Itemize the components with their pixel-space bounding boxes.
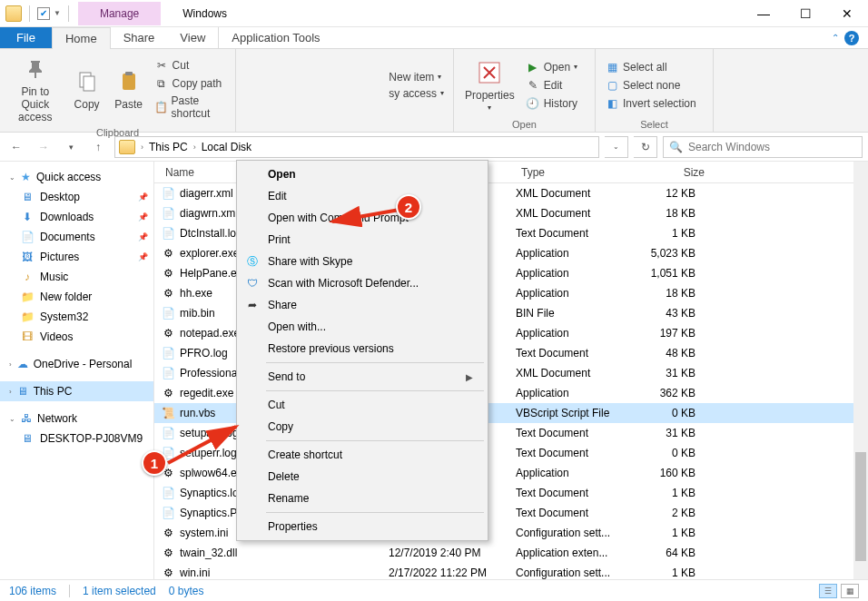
address-dropdown-button[interactable]: ⌄ <box>605 136 628 158</box>
col-type[interactable]: Type <box>516 166 634 179</box>
recent-locations-button[interactable]: ▾ <box>60 136 82 158</box>
share-icon: ➦ <box>244 297 261 313</box>
open-group-label: Open <box>461 117 587 130</box>
menu-item[interactable]: Print <box>239 229 486 251</box>
view-tab[interactable]: View <box>167 27 218 48</box>
minimize-button[interactable]: — <box>743 0 784 27</box>
application-tools-tab[interactable]: Application Tools <box>218 27 332 48</box>
breadcrumb-disk[interactable]: Local Disk <box>202 141 252 153</box>
share-tab[interactable]: Share <box>111 27 168 48</box>
col-size[interactable]: Size <box>634 166 710 179</box>
menu-item[interactable]: ➦Share <box>239 294 486 316</box>
title-bar: ✔ ▼ Manage Windows — ☐ ✕ <box>0 0 868 27</box>
nav-documents[interactable]: 📄Documents📌 <box>0 227 153 247</box>
nav-downloads[interactable]: ⬇Downloads📌 <box>0 207 153 227</box>
menu-item[interactable]: 🛡Scan with Microsoft Defender... <box>239 272 486 294</box>
invert-selection-button[interactable]: ◧Invert selection <box>603 95 698 112</box>
qat-dropdown-icon[interactable]: ▼ <box>54 9 61 17</box>
menu-item[interactable]: Delete <box>239 466 486 488</box>
paste-shortcut-button[interactable]: 📋Paste shortcut <box>153 94 228 121</box>
select-none-button[interactable]: ▢Select none <box>603 77 698 94</box>
paste-shortcut-icon: 📋 <box>154 100 168 114</box>
refresh-button[interactable]: ↻ <box>634 136 657 158</box>
file-row[interactable]: ⚙win.ini2/17/2022 11:22 PMConfiguration … <box>154 563 868 579</box>
large-icons-view-button[interactable]: ▦ <box>841 584 859 598</box>
menu-item[interactable]: Open with... <box>239 316 486 338</box>
quick-access-header[interactable]: ⌄★Quick access <box>0 167 153 187</box>
chevron-right-icon[interactable]: › <box>190 143 200 152</box>
paste-icon <box>114 67 143 96</box>
svg-rect-1 <box>84 76 94 91</box>
copy-button[interactable]: Copy <box>69 65 105 113</box>
file-size: 1 KB <box>634 567 710 579</box>
nav-onedrive[interactable]: ›☁OneDrive - Personal <box>0 354 153 374</box>
menu-item[interactable]: ⓈShare with Skype <box>239 251 486 272</box>
menu-item[interactable]: Open <box>239 163 486 185</box>
file-size: 12 KB <box>634 187 710 200</box>
details-view-button[interactable]: ☰ <box>819 584 837 598</box>
select-all-button[interactable]: ▦Select all <box>603 59 698 75</box>
home-tab[interactable]: Home <box>52 27 111 49</box>
menu-item[interactable]: Restore previous versions <box>239 338 486 360</box>
file-row[interactable]: ⚙twain_32.dll12/7/2019 2:40 PMApplicatio… <box>154 543 868 563</box>
vertical-scrollbar[interactable] <box>853 162 868 579</box>
cut-button[interactable]: ✂Cut <box>153 57 228 74</box>
nav-network[interactable]: ⌄🖧Network <box>0 409 153 429</box>
file-name: twain_32.dll <box>180 547 389 559</box>
navigation-pane: ⌄★Quick access 🖥Desktop📌 ⬇Downloads📌 📄Do… <box>0 162 154 579</box>
close-button[interactable]: ✕ <box>826 0 868 27</box>
nav-videos[interactable]: 🎞Videos <box>0 327 153 347</box>
menu-item[interactable]: Send to▶ <box>239 366 486 388</box>
up-button[interactable]: ↑ <box>87 136 109 158</box>
menu-item[interactable]: Copy <box>239 416 486 438</box>
menu-item[interactable]: Edit <box>239 185 486 207</box>
menu-item-label: Copy <box>268 420 293 433</box>
address-bar[interactable]: › This PC › Local Disk <box>114 136 599 158</box>
nav-desktop[interactable]: 🖥Desktop📌 <box>0 187 153 207</box>
collapse-ribbon-icon[interactable]: ⌃ <box>832 33 839 43</box>
menu-item-label: Properties <box>268 520 318 533</box>
edit-button[interactable]: ✎Edit <box>524 77 579 94</box>
menu-item[interactable]: Create shortcut <box>239 444 486 466</box>
chevron-down-icon: ▾ <box>440 89 444 97</box>
quick-access-toolbar: ✔ ▼ <box>0 5 78 22</box>
file-size: 5,023 KB <box>634 247 710 260</box>
breadcrumb-this-pc[interactable]: This PC <box>149 141 188 153</box>
menu-item[interactable]: Cut <box>239 394 486 416</box>
nav-system32[interactable]: 📁System32 <box>0 307 153 327</box>
nav-pictures[interactable]: 🖼Pictures📌 <box>0 247 153 267</box>
paste-button[interactable]: Paste <box>111 65 147 113</box>
help-icon[interactable]: ? <box>844 31 859 45</box>
nav-this-pc[interactable]: ›🖥This PC <box>0 381 153 401</box>
status-selection: 1 item selected <box>83 585 156 597</box>
easy-access-button[interactable]: sy access ▾ <box>387 86 446 101</box>
file-type: XML Document <box>516 207 634 220</box>
menu-item[interactable]: Open with Command Prompt <box>239 207 486 229</box>
nav-computer[interactable]: 🖥DESKTOP-PJ08VM9 <box>0 429 153 448</box>
pin-to-quick-access-button[interactable]: Pin to Quick access <box>7 53 64 125</box>
history-button[interactable]: 🕘History <box>524 95 579 112</box>
menu-item[interactable]: Rename <box>239 488 486 509</box>
menu-item[interactable]: Properties <box>239 516 486 537</box>
nav-new-folder[interactable]: 📁New folder <box>0 287 153 307</box>
file-type: Application <box>516 287 634 300</box>
properties-button[interactable]: Properties ▾ <box>461 56 518 113</box>
search-box[interactable]: 🔍 <box>663 136 863 158</box>
file-tab[interactable]: File <box>0 27 52 48</box>
forward-button[interactable]: → <box>33 136 54 158</box>
new-item-button[interactable]: New item ▾ <box>387 70 446 84</box>
history-icon: 🕘 <box>526 96 540 111</box>
shield-icon: 🛡 <box>244 275 261 291</box>
open-button[interactable]: ▶Open ▾ <box>524 59 579 75</box>
search-input[interactable] <box>688 141 856 153</box>
nav-music[interactable]: ♪Music <box>0 267 153 287</box>
qat-checkbox[interactable]: ✔ <box>37 7 50 20</box>
maximize-button[interactable]: ☐ <box>784 0 826 27</box>
back-button[interactable]: ← <box>5 136 27 158</box>
chevron-right-icon[interactable]: › <box>137 143 147 152</box>
file-icon: 📜 <box>160 405 176 421</box>
copy-path-button[interactable]: ⧉Copy path <box>153 75 228 92</box>
folder-icon[interactable] <box>5 5 22 22</box>
invert-selection-icon: ◧ <box>605 96 619 111</box>
network-icon: 🖧 <box>21 412 32 425</box>
